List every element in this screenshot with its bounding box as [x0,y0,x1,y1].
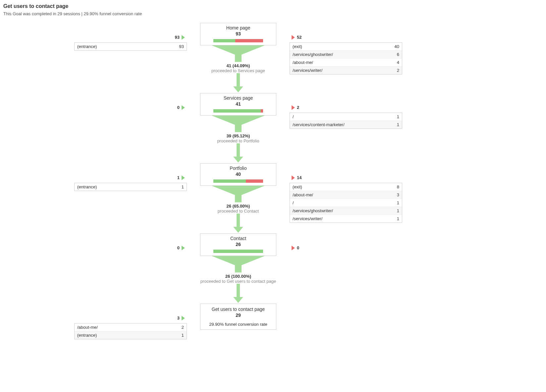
step-box: Home page93 [200,23,276,45]
arrow-in-icon [182,246,185,250]
table-row: (entrance)93 [75,43,187,50]
in-count-wrap: 0 [74,105,187,110]
table-row: (exit)40 [290,43,402,51]
row-value: 6 [397,52,399,57]
arrow-out-icon [292,35,295,40]
table-row: /services/writer/1 [290,215,402,222]
row-label: (exit) [293,184,302,189]
out-count: 2 [297,105,299,110]
svg-rect-13 [235,265,242,272]
step-name: Portfolio [200,166,276,171]
in-table: (entrance)1 [74,183,187,191]
out-count-wrap: 2 [290,105,402,110]
step-box: Services page41 [200,93,276,116]
step-name: Home page [200,25,276,30]
svg-marker-0 [212,45,265,55]
svg-rect-9 [235,195,242,202]
row-label: /about-me/ [293,60,313,65]
out-count: 0 [297,245,299,250]
proceed-main: 26 (65.00%) [200,204,276,209]
row-value: 1 [182,333,184,338]
out-table: /1/services/content-marketer/1 [290,113,402,129]
row-value: 2 [397,68,399,73]
proceed-text: 39 (95.12%)proceeded to Portfolio [200,133,276,143]
row-value: 1 [397,208,399,213]
arrow-down-icon [232,73,245,93]
table-row: /services/ghostwriter/6 [290,51,402,59]
funnel-shape-icon [208,45,268,62]
step-count: 93 [200,31,276,36]
table-row: /services/writer/2 [290,67,402,74]
step-bar [213,250,263,253]
proceed-text: 41 (44.09%)proceeded to Services page [200,63,276,73]
arrow-in-icon [182,175,185,180]
svg-marker-12 [212,256,265,265]
row-value: 3 [397,192,399,197]
proceed-sub: proceeded to Services page [200,68,276,73]
row-label: (exit) [293,44,302,49]
in-count-wrap: 93 [74,35,187,40]
in-count-wrap: 3 [74,316,187,320]
funnel-shape-icon [208,186,268,202]
row-label: /about-me/ [293,192,313,197]
row-label: (entrance) [77,44,97,49]
out-table: (exit)8/about-me/3/1/services/ghostwrite… [290,183,402,223]
proceed-main: 39 (95.12%) [200,133,276,138]
out-count-wrap: 14 [290,175,402,180]
step-count: 26 [200,242,276,247]
arrow-in-icon [182,35,185,40]
page-subtitle: This Goal was completed in 29 sessions |… [3,11,543,16]
table-row: /services/content-marketer/1 [290,121,402,128]
table-row: (exit)8 [290,183,402,191]
step-count: 41 [200,101,276,107]
row-label: /services/writer/ [293,68,322,73]
step-name: Services page [200,95,276,101]
svg-marker-4 [212,116,265,125]
step-bar [213,39,263,42]
arrow-in-icon [182,105,185,110]
row-label: (entrance) [77,184,97,189]
svg-marker-15 [233,297,243,303]
svg-marker-8 [212,186,265,195]
final-box: Get users to contact page2929.90% funnel… [200,304,276,330]
row-label: /about-me/ [77,325,98,330]
in-count: 3 [177,316,180,320]
arrow-out-icon [292,246,295,250]
proceed-main: 26 (100.00%) [200,274,276,279]
table-row: (entrance)1 [75,331,187,339]
svg-marker-7 [233,157,243,163]
out-count-wrap: 0 [290,245,402,250]
in-count: 0 [177,105,180,110]
row-value: 1 [182,184,184,189]
table-row: /about-me/3 [290,191,402,199]
step-count: 40 [200,172,276,177]
row-value: 2 [182,325,184,330]
arrow-down-icon [232,143,245,163]
row-value: 93 [179,44,184,49]
row-label: /services/ghostwriter/ [293,52,333,57]
step-bar [213,109,263,113]
in-table: /about-me/2(entrance)1 [74,323,187,339]
arrow-out-icon [292,105,295,110]
row-label: / [293,114,294,119]
row-value: 8 [397,184,399,189]
step-name: Contact [200,236,276,241]
row-label: /services/ghostwriter/ [293,208,333,213]
svg-rect-2 [237,73,240,86]
row-label: /services/writer/ [293,216,322,221]
step-box: Portfolio40 [200,163,276,186]
proceed-text: 26 (65.00%)proceeded to Contact [200,204,276,214]
final-name: Get users to contact page [200,307,276,312]
table-row: /about-me/4 [290,59,402,67]
in-count-wrap: 0 [74,245,187,250]
proceed-main: 41 (44.09%) [200,63,276,68]
in-count: 93 [175,35,180,40]
in-count: 0 [177,245,180,250]
table-row: /1 [290,113,402,121]
arrow-down-icon [232,214,245,233]
svg-rect-10 [237,214,240,227]
row-value: 40 [395,44,399,49]
svg-marker-3 [233,86,243,92]
final-count: 29 [200,313,276,318]
proceed-sub: proceeded to Portfolio [200,138,276,143]
